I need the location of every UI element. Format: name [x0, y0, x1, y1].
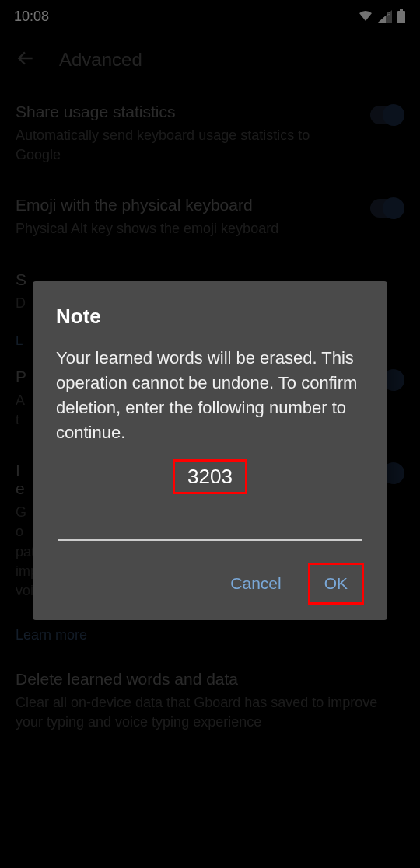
cancel-button[interactable]: Cancel — [221, 568, 290, 599]
dialog-actions: Cancel OK — [56, 563, 364, 605]
dialog-title: Note — [56, 305, 364, 329]
ok-highlight: OK — [308, 563, 364, 605]
confirm-number: 3203 — [173, 459, 247, 494]
dialog-body: Your learned words will be erased. This … — [56, 346, 364, 445]
confirm-dialog: Note Your learned words will be erased. … — [33, 281, 387, 620]
confirm-number-input[interactable] — [58, 514, 362, 541]
ok-button[interactable]: OK — [315, 568, 357, 599]
confirm-number-highlight: 3203 — [56, 459, 364, 494]
